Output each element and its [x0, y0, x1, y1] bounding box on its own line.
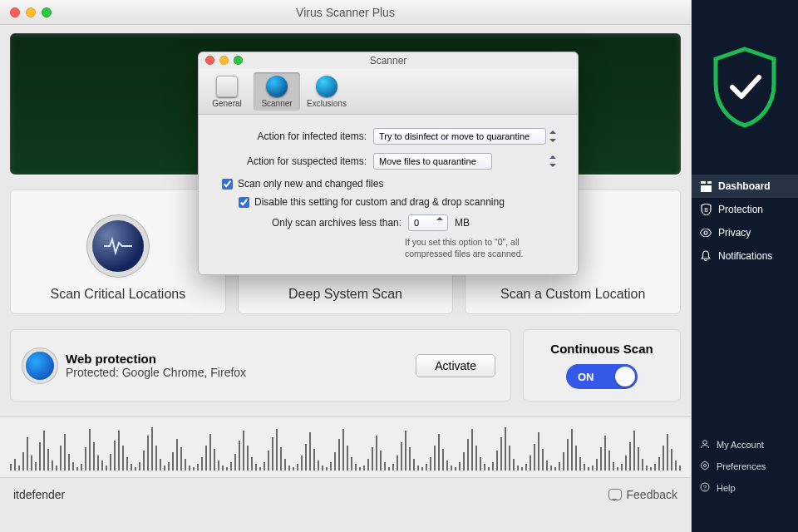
svg-rect-1 [707, 181, 712, 184]
sidebar-item-label: Dashboard [718, 180, 771, 192]
shield-b-icon: B [700, 204, 712, 215]
scan-critical-card[interactable]: Scan Critical Locations [10, 190, 226, 314]
modal-toolbar: General Scanner Exclusions [199, 69, 578, 115]
eye-icon [700, 227, 712, 239]
tab-general[interactable]: General [204, 72, 250, 111]
checkbox-input[interactable] [239, 197, 249, 208]
right-sidebar: Dashboard B Protection Privacy Notificat… [692, 0, 798, 532]
continuous-scan-heading: Continuous Scan [535, 342, 668, 356]
brand-text: itdefender [13, 488, 65, 501]
window-title: Virus Scanner Plus [0, 6, 691, 19]
minimize-icon[interactable] [219, 56, 229, 65]
svg-rect-2 [701, 185, 712, 192]
status-shield [692, 0, 798, 175]
web-protection-status: Protected: Google Chrome, Firefox [66, 366, 246, 379]
modal-title: Scanner [370, 55, 407, 66]
switch-icon [216, 76, 238, 97]
sidebar-item-account[interactable]: My Account [692, 434, 798, 456]
modal-body: Action for infected items: Try to disinf… [199, 115, 578, 274]
sidebar-item-label: Help [717, 483, 736, 493]
suspected-action-select[interactable]: Move files to quarantine [373, 153, 492, 170]
infected-action-label: Action for infected items: [215, 131, 373, 142]
archives-size-input[interactable] [408, 214, 448, 231]
speech-bubble-icon [608, 489, 622, 500]
close-icon[interactable] [205, 56, 214, 65]
disable-custom-checkbox[interactable]: Disable this setting for custom and drag… [239, 196, 561, 208]
scanner-preferences-window: Scanner General Scanner Exclusions Actio… [198, 52, 579, 275]
sidebar-nav: Dashboard B Protection Privacy Notificat… [692, 175, 798, 268]
tab-exclusions[interactable]: Exclusions [303, 72, 350, 111]
archives-unit: MB [455, 217, 470, 229]
zoom-icon[interactable] [234, 56, 243, 65]
sidebar-item-label: Notifications [718, 250, 772, 262]
sidebar-item-label: My Account [717, 440, 764, 450]
feedback-label: Feedback [627, 488, 677, 501]
sidebar-item-help[interactable]: ? Help [692, 477, 798, 499]
archives-hint: If you set this option to "0", all compr… [405, 236, 561, 259]
activate-button[interactable]: Activate [416, 354, 495, 377]
scan-new-changed-checkbox[interactable]: Scan only new and changed files [222, 178, 561, 190]
toggle-label: ON [578, 371, 594, 383]
sidebar-item-privacy[interactable]: Privacy [692, 221, 798, 244]
card-label: Scan Critical Locations [50, 287, 185, 302]
lower-row: Web protection Protected: Google Chrome,… [10, 329, 681, 401]
svg-point-7 [703, 464, 706, 466]
svg-point-6 [702, 462, 709, 470]
titlebar: Virus Scanner Plus [0, 0, 691, 25]
activity-waveform [0, 416, 691, 478]
sidebar-item-label: Preferences [717, 461, 766, 471]
svg-point-4 [704, 231, 707, 234]
web-protection-panel: Web protection Protected: Google Chrome,… [10, 329, 511, 401]
card-label: Scan a Custom Location [500, 287, 645, 302]
svg-text:B: B [704, 207, 708, 213]
lens-icon [266, 76, 288, 97]
checkbox-input[interactable] [222, 179, 233, 190]
archives-label: Only scan archives less than: [272, 217, 401, 229]
tab-scanner[interactable]: Scanner [254, 72, 300, 111]
web-protection-icon [26, 352, 54, 380]
svg-rect-0 [701, 181, 706, 184]
sidebar-bottom: My Account Preferences ? Help [692, 434, 798, 532]
pulse-icon [92, 220, 144, 272]
gear-icon [700, 461, 710, 472]
shield-check-icon [709, 46, 781, 129]
sidebar-item-preferences[interactable]: Preferences [692, 456, 798, 477]
bell-icon [700, 250, 712, 262]
checkbox-label: Disable this setting for custom and drag… [254, 196, 505, 208]
toggle-knob-icon [615, 367, 635, 387]
help-icon: ? [700, 482, 710, 494]
sidebar-item-label: Privacy [718, 227, 751, 239]
sidebar-item-notifications[interactable]: Notifications [692, 244, 798, 268]
sidebar-item-label: Protection [718, 204, 763, 215]
feedback-button[interactable]: Feedback [608, 488, 677, 501]
web-protection-heading: Web protection [66, 352, 246, 366]
checkbox-label: Scan only new and changed files [238, 178, 383, 190]
tab-label: Scanner [261, 99, 292, 108]
svg-point-5 [703, 441, 707, 445]
user-icon [700, 439, 710, 451]
tab-label: Exclusions [307, 99, 347, 108]
footer-bar: itdefender Feedback [0, 478, 691, 511]
continuous-scan-toggle[interactable]: ON [566, 364, 638, 389]
continuous-scan-panel: Continuous Scan ON [523, 329, 681, 401]
suspected-action-label: Action for suspected items: [215, 155, 373, 167]
dashboard-icon [700, 180, 712, 192]
infected-action-select[interactable]: Try to disinfect or move to quarantine [373, 128, 546, 145]
svg-text:?: ? [703, 484, 707, 491]
card-label: Deep System Scan [288, 287, 402, 302]
sidebar-item-dashboard[interactable]: Dashboard [692, 175, 798, 198]
sidebar-item-protection[interactable]: B Protection [692, 198, 798, 221]
modal-titlebar: Scanner [199, 52, 578, 69]
tab-label: General [212, 99, 242, 108]
funnel-icon [316, 76, 337, 97]
modal-window-controls [205, 56, 243, 65]
